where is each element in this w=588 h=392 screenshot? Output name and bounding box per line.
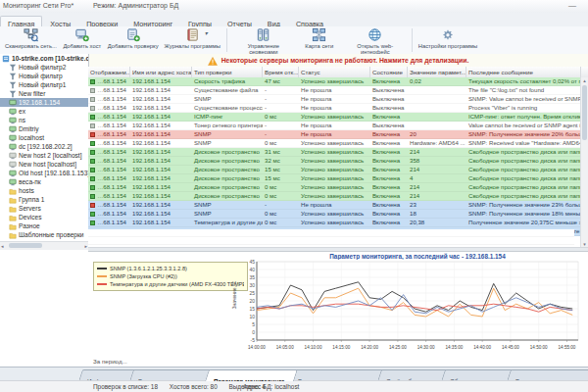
bottom-tab-3[interactable]: Параметр мониторинга [206,369,299,381]
table-row[interactable]: 192.168.1.154192.168.1.154SNMP0 мсУспешн… [88,210,581,219]
tree-item-10[interactable]: localhost [0,133,88,142]
tree-item-13[interactable]: New host [localhost] [0,160,88,169]
table-row[interactable]: 192.168.1.154192.168.1.154SNMP0 мсУспешн… [88,139,581,148]
cell-last-message: Value cannot be received or SNMP agent i… [466,122,581,129]
tree-item-7[interactable]: ex [0,107,88,116]
scroll-left-icon[interactable]: ◂ [1,242,4,250]
column-header-5[interactable]: Статус [299,67,370,77]
monitoring-servers-button[interactable]: Управление серверами мониторинга [230,26,297,54]
column-header-8[interactable]: Последнее сообщение [466,67,581,77]
tree-item-15[interactable]: веса-пк [0,177,88,186]
table-row[interactable]: 192.168.1.154192.168.1.154Дисковое прост… [88,166,581,174]
title-bar: Мониторинг Сети Pro* Режим: Администрато… [0,0,588,14]
cell-value: 23 [408,201,466,209]
window-title: Мониторинг Сети Pro* [3,2,74,9]
sidebar-horizontal-scrollbar[interactable]: ◂ ▸ [0,241,88,250]
tree-item-8[interactable]: ns [0,116,88,124]
cell-value: 20 [408,130,466,138]
map-icon [312,27,326,42]
tree-item-5[interactable]: New filter [0,89,88,98]
settings-button[interactable]: Настройки программы [416,26,480,54]
column-header-6[interactable]: Состояние [370,67,408,77]
add-check-button[interactable]: Добавить проверку [105,26,162,54]
tree-item-16[interactable]: hosts [0,186,88,195]
table-row[interactable]: 192.168.1.154192.168.1.154SNMP-Не прошла… [88,201,581,210]
scrollbar-thumb[interactable] [582,85,587,140]
tree-item-12[interactable]: New host 2 [localhost] [0,151,88,160]
scroll-up-icon[interactable]: ▴ [581,77,588,83]
cell-display-name: 192.168.1.154 [97,174,126,182]
checks-table: Отображаем...Имя или адрес хостаТип пров… [88,67,588,247]
cell-status: Не прошла [299,95,370,103]
table-vertical-scrollbar[interactable]: ▴ ▾ [580,77,588,247]
table-row[interactable]: 192.168.1.154192.168.1.154Температура и … [88,219,581,227]
cell-host: 192.168.1.154 [130,113,192,121]
program-logs-button[interactable]: ▾Журналы программы [162,26,223,54]
tree-item-18[interactable]: Servers [0,204,88,213]
cell-response-time: - [263,201,299,209]
table-row[interactable]: 192.168.1.154192.168.1.154Дисковое прост… [88,183,581,192]
cell-display-name: 192.168.1.154 [97,201,126,209]
minimize-button[interactable]: — [568,1,576,10]
cell-response-time: 0 мс [263,219,299,226]
tree-item-2[interactable]: Новый фильтр2 [0,63,88,72]
folder-icon [9,222,17,230]
cell-value: 214 [408,166,466,173]
table-row[interactable]: 192.168.1.154192.168.1.154Дисковое прост… [88,174,581,183]
tree-item-11[interactable]: dc [192.168.202.2] [0,142,88,151]
tree-item-4[interactable]: Новый фильтр1 [0,80,88,89]
table-row[interactable]: 192.168.1.154192.168.1.154Существование … [88,86,581,95]
cell-value: 214 [408,192,466,200]
tree-item-1[interactable]: 10-strike.com [10-strike.com] [0,54,88,63]
check-status-icon [90,168,95,172]
svg-text:14:50:00: 14:50:00 [530,345,548,350]
column-header-1[interactable]: Отображаем... [88,67,130,77]
table-row[interactable]: 192.168.1.154192.168.1.154Дисковое прост… [88,192,581,201]
tree-item-9[interactable]: Dmitriy [0,124,88,133]
toolbar: Сканировать сеть...Добавить хостДобавить… [0,26,588,55]
period-link[interactable]: За период... [93,358,127,365]
cell-value: 18 [408,210,466,218]
cell-check-type: Существование процесса [192,104,263,112]
cell-value: 214 [408,183,466,191]
tree-item-17[interactable]: Группа 1 [0,195,88,204]
scroll-right-icon[interactable]: ▸ [84,242,87,250]
table-row[interactable]: 192.168.1.154192.168.1.154Скорость трафи… [88,77,581,86]
network-map-button[interactable]: Карта сети [297,26,342,54]
web-interface-button[interactable]: Открыть web-интерфейс [342,26,409,54]
table-row[interactable]: 192.168.1.154192.168.1.154Дисковое прост… [88,157,581,166]
cell-response-time: 47 мс [263,77,299,85]
table-row[interactable]: 192.168.1.154192.168.1.154SNMP-Не прошла… [88,95,581,104]
tree-item-20[interactable]: Разное [0,221,88,230]
cell-status: Успешно завершилась [299,139,370,147]
toolbar-button-label: Карта сети [305,43,333,49]
tree-item-label: Old host [192.168.1.153] [19,169,88,177]
table-row[interactable]: 192.168.1.154192.168.1.154SNMP-Не прошла… [88,130,581,139]
table-row[interactable]: 192.168.1.154192.168.1.154Тонер сетевого… [88,122,581,130]
column-header-3[interactable]: Тип проверки [192,67,263,77]
cell-display-name: 192.168.1.154 [97,130,126,138]
tree-item-14[interactable]: Old host [192.168.1.153] [0,169,88,177]
column-header-2[interactable]: Имя или адрес хоста [130,67,192,77]
add-host-button[interactable]: Добавить хост [60,26,105,54]
tree-item-19[interactable]: Devices [0,213,88,221]
cell-value [408,113,466,121]
chevron-down-icon[interactable]: ▾ [205,29,208,36]
column-header-4[interactable]: Время отк... [263,67,299,77]
scrollbar-thumb[interactable] [9,243,42,248]
table-row[interactable]: 192.168.1.154192.168.1.154ICMP-пинг0 мсУ… [88,113,581,122]
svg-text:25: 25 [249,290,255,296]
table-row[interactable]: 192.168.1.154192.168.1.154Существование … [88,104,581,113]
hosts-count: Хостов всего: 80 [170,383,218,390]
scan-network-button[interactable]: Сканировать сеть... [2,26,60,54]
cell-status: Успешно завершилась [299,148,370,156]
monitoring-servers-alert[interactable]: Некоторые серверы мониторинга не работаю… [88,54,588,68]
tree-item-3[interactable]: Новый фильтр [0,72,88,80]
tree-item-21[interactable]: Шаблонные проверки [0,230,88,239]
check-status-icon [90,176,95,181]
tree-item-6[interactable]: 192.168.1.154 [0,98,88,107]
folder-icon [9,231,17,239]
cell-last-message: Свободное пространство диска или папки "… [466,183,581,191]
column-header-7[interactable]: Значение парамет... [408,67,466,77]
table-row[interactable]: 192.168.1.154192.168.1.154Дисковое прост… [88,148,581,157]
